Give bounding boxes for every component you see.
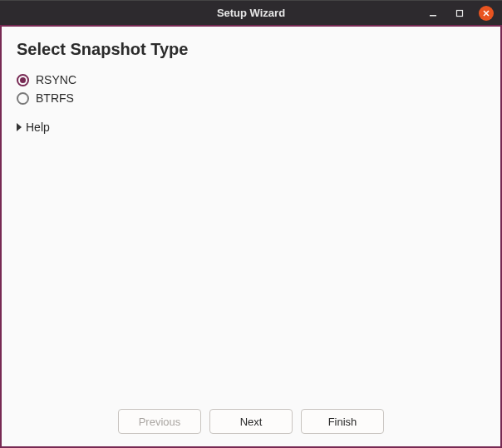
radio-label: BTRFS bbox=[36, 91, 74, 105]
help-expander-label: Help bbox=[26, 121, 50, 134]
page-title: Select Snapshot Type bbox=[17, 40, 485, 59]
button-label: Finish bbox=[328, 416, 357, 428]
radio-label: RSYNC bbox=[36, 73, 76, 86]
button-bar: Previous Next Finish bbox=[2, 403, 500, 446]
window-controls bbox=[426, 6, 502, 21]
radio-option-btrfs[interactable]: BTRFS bbox=[17, 89, 74, 107]
previous-button[interactable]: Previous bbox=[118, 409, 201, 434]
finish-button[interactable]: Finish bbox=[301, 409, 384, 434]
maximize-icon bbox=[455, 9, 464, 17]
close-icon bbox=[482, 9, 490, 17]
svg-rect-1 bbox=[457, 10, 463, 16]
content-area: Select Snapshot Type RSYNC BTRFS Help bbox=[2, 27, 500, 403]
button-label: Previous bbox=[139, 416, 181, 428]
button-label: Next bbox=[240, 416, 263, 428]
radio-icon bbox=[17, 74, 29, 86]
minimize-icon bbox=[429, 9, 437, 17]
close-button[interactable] bbox=[479, 6, 494, 21]
help-expander[interactable]: Help bbox=[17, 121, 50, 134]
svg-rect-0 bbox=[430, 15, 436, 17]
chevron-right-icon bbox=[17, 123, 22, 131]
window-body: Select Snapshot Type RSYNC BTRFS Help Pr… bbox=[0, 25, 502, 448]
next-button[interactable]: Next bbox=[209, 409, 293, 434]
minimize-button[interactable] bbox=[426, 6, 440, 21]
radio-option-rsync[interactable]: RSYNC bbox=[17, 71, 76, 89]
titlebar: Setup Wizard bbox=[0, 0, 502, 25]
radio-icon bbox=[17, 92, 29, 105]
maximize-button[interactable] bbox=[452, 6, 467, 21]
